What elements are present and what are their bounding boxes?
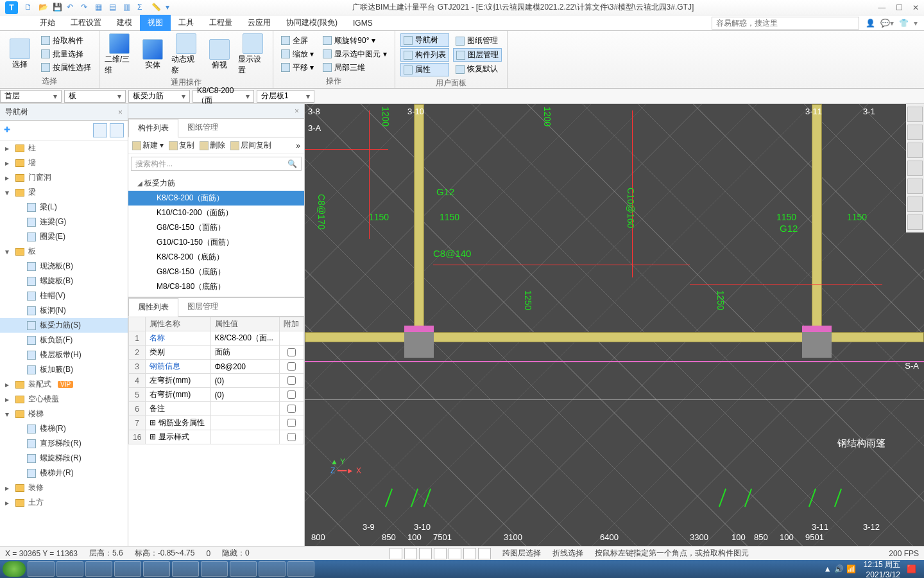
status-tool[interactable]: [478, 548, 491, 559]
component-select[interactable]: K8/C8-200（面: [193, 90, 254, 103]
skin-icon[interactable]: 👕: [899, 19, 909, 28]
component-item[interactable]: M8/C8-180（底筋）: [128, 279, 304, 294]
user-icon[interactable]: 👤: [866, 19, 875, 28]
nav-item[interactable]: 连梁(G): [0, 215, 128, 229]
status-tool[interactable]: [389, 548, 402, 559]
notif-icon[interactable]: 💬▾: [880, 19, 894, 28]
taskbar-item[interactable]: [85, 561, 112, 577]
nav-item[interactable]: 螺旋板(B): [0, 274, 128, 288]
taskbar-item[interactable]: [28, 561, 55, 577]
solid-button[interactable]: 实体: [138, 39, 167, 71]
qat-icon[interactable]: Σ: [137, 3, 148, 13]
add-icon[interactable]: ✚: [4, 125, 14, 136]
pan-button[interactable]: 平移 ▾: [278, 62, 316, 74]
start-button[interactable]: [3, 561, 26, 577]
view-icon[interactable]: [907, 179, 923, 194]
close-button[interactable]: ✕: [912, 3, 919, 12]
tab-modeling[interactable]: 建模: [109, 15, 140, 31]
polyline-select[interactable]: 折线选择: [552, 548, 583, 559]
nav-category[interactable]: ▸门窗洞: [0, 170, 128, 185]
tab-project-settings[interactable]: 工程设置: [63, 15, 109, 31]
qat-undo-icon[interactable]: ↶: [67, 3, 77, 13]
nav-item[interactable]: 板加腋(B): [0, 362, 128, 377]
tab-collab[interactable]: 协同建模(限免): [278, 15, 345, 31]
qat-open-icon[interactable]: 📂: [38, 3, 49, 13]
close-icon[interactable]: ×: [118, 108, 123, 117]
component-item[interactable]: G8/C8-150（底筋）: [128, 265, 304, 279]
maximize-button[interactable]: ☐: [896, 3, 903, 12]
taskbar-item[interactable]: [230, 561, 257, 577]
more-icon[interactable]: »: [296, 141, 300, 150]
local-3d-button[interactable]: 局部三维: [320, 62, 389, 74]
status-tool[interactable]: [449, 548, 461, 559]
nav-item[interactable]: 直形梯段(R): [0, 436, 128, 451]
nav-item[interactable]: 柱帽(V): [0, 288, 128, 303]
view-icon[interactable]: [907, 143, 923, 158]
layer-select[interactable]: 分层板1: [257, 90, 314, 103]
taskbar-item[interactable]: [287, 561, 314, 577]
taskbar-item[interactable]: [143, 561, 170, 577]
help-icon[interactable]: ▾: [914, 19, 918, 28]
floor-select[interactable]: 首层: [0, 90, 62, 103]
qat-icon[interactable]: ▤: [109, 3, 119, 13]
tab-component-list[interactable]: 构件列表: [128, 119, 178, 137]
tab-layer-mgr[interactable]: 图层管理: [178, 298, 227, 316]
viewcube-icon[interactable]: [907, 107, 923, 122]
nav-category[interactable]: ▸柱: [0, 141, 128, 155]
taskbar-item[interactable]: [201, 561, 228, 577]
drawing-mgr-button[interactable]: 图纸管理: [453, 35, 502, 47]
copy-button[interactable]: 复制: [169, 140, 194, 151]
zoom-button[interactable]: 缩放 ▾: [278, 48, 316, 60]
qat-dropdown-icon[interactable]: ▾: [166, 3, 176, 13]
nav-item[interactable]: 板受力筋(S): [0, 318, 128, 333]
new-button[interactable]: 新建 ▾: [132, 140, 164, 151]
nav-item[interactable]: 圈梁(E): [0, 229, 128, 244]
show-selected-button[interactable]: 显示选中图元 ▾: [320, 48, 389, 60]
view-icon[interactable]: [907, 161, 923, 176]
complist-toggle[interactable]: 构件列表: [400, 48, 449, 62]
component-search[interactable]: 搜索构件...🔍: [131, 157, 302, 171]
qat-ruler-icon[interactable]: 📏: [151, 3, 162, 13]
restore-default-button[interactable]: 恢复默认: [453, 63, 502, 75]
close-icon[interactable]: ×: [295, 107, 299, 116]
taskbar-item[interactable]: [259, 561, 286, 577]
3d-icon[interactable]: [907, 125, 923, 140]
qat-redo-icon[interactable]: ↷: [81, 3, 91, 13]
component-item[interactable]: K8/C8-200（面筋）: [128, 191, 304, 206]
qat-save-icon[interactable]: 💾: [53, 3, 63, 13]
qat-icon[interactable]: ▥: [123, 3, 133, 13]
pick-component-button[interactable]: 拾取构件: [38, 35, 94, 47]
taskbar-item[interactable]: [114, 561, 141, 577]
status-tool[interactable]: [419, 548, 432, 559]
nav-item[interactable]: 楼梯(R): [0, 421, 128, 436]
refresh-icon[interactable]: [907, 197, 923, 212]
nav-category[interactable]: ▸土方: [0, 495, 128, 510]
minimize-button[interactable]: —: [878, 3, 886, 12]
navtree-toggle[interactable]: 导航树: [400, 33, 449, 47]
nav-item[interactable]: 楼梯井(R): [0, 466, 128, 480]
taskbar-item[interactable]: [56, 561, 83, 577]
tray-icon[interactable]: 🟥: [907, 565, 916, 574]
delete-button[interactable]: 删除: [200, 140, 225, 151]
nav-item[interactable]: 板洞(N): [0, 303, 128, 318]
nav-category[interactable]: ▾楼梯: [0, 407, 128, 421]
nav-item[interactable]: 螺旋梯段(R): [0, 451, 128, 466]
nav-category[interactable]: ▸装配式VIP: [0, 377, 128, 392]
floor-copy-button[interactable]: 层间复制: [230, 140, 271, 151]
component-item[interactable]: K8/C8-200（底筋）: [128, 250, 304, 265]
tab-properties[interactable]: 属性列表: [128, 298, 178, 317]
status-tool[interactable]: [463, 548, 476, 559]
fullscreen-button[interactable]: 全屏: [278, 35, 316, 47]
display-settings-button[interactable]: 显示设置: [238, 33, 268, 76]
rotate90-button[interactable]: 顺旋转90° ▾: [320, 35, 389, 47]
nav-item[interactable]: 梁(L): [0, 200, 128, 215]
tab-view[interactable]: 视图: [140, 15, 171, 31]
tab-start[interactable]: 开始: [32, 15, 63, 31]
nav-category[interactable]: ▾梁: [0, 185, 128, 200]
component-item[interactable]: K10/C10-200（面筋）: [128, 206, 304, 220]
tab-igms[interactable]: IGMS: [345, 16, 381, 30]
layer-mgr-button[interactable]: 图层管理: [453, 48, 502, 62]
cross-layer-select[interactable]: 跨图层选择: [502, 548, 541, 559]
tray-icon[interactable]: 📶: [846, 565, 856, 574]
nav-item[interactable]: 现浇板(B): [0, 259, 128, 274]
